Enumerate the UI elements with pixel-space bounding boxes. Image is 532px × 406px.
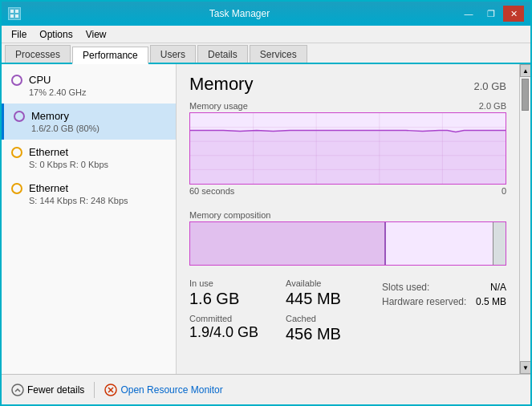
stats-grid: In use 1.6 GB Available 445 MB Slots use…: [189, 278, 506, 343]
in-use-label: In use: [189, 278, 286, 288]
ethernet1-name: Ethernet: [29, 146, 68, 158]
footer: Fewer details Open Resource Monitor: [2, 374, 530, 404]
sidebar: CPU 17% 2.40 GHz Memory 1.6/2.0 GB (80%)…: [2, 64, 177, 374]
sidebar-item-memory[interactable]: Memory 1.6/2.0 GB (80%): [2, 104, 176, 140]
content-area: CPU 17% 2.40 GHz Memory 1.6/2.0 GB (80%)…: [2, 64, 530, 374]
resource-monitor-label: Open Resource Monitor: [120, 384, 222, 396]
menu-options[interactable]: Options: [33, 27, 79, 42]
close-button[interactable]: ✕: [503, 6, 524, 22]
main-panel: Memory 2.0 GB Memory usage 2.0 GB: [177, 64, 519, 374]
available-value: 445 MB: [286, 290, 382, 307]
tab-performance[interactable]: Performance: [72, 47, 148, 64]
scrollbar[interactable]: ▲ ▼: [519, 64, 530, 374]
hardware-label: Hardware reserved:: [382, 296, 466, 307]
svg-rect-2: [10, 14, 14, 18]
hardware-row: Hardware reserved: 0.5 MB: [382, 296, 506, 307]
fewer-details-label: Fewer details: [27, 384, 84, 396]
ethernet2-dot: [11, 183, 22, 194]
memory-usage-chart: [189, 112, 506, 185]
svg-marker-12: [190, 131, 506, 184]
chart-usage-label: Memory usage: [189, 101, 248, 111]
cpu-detail: 17% 2.40 GHz: [11, 87, 166, 97]
slots-row: Slots used: N/A: [382, 282, 506, 293]
memory-chart-svg: [190, 113, 506, 184]
svg-rect-3: [15, 14, 18, 18]
committed-value: 1.9/4.0 GB: [189, 325, 286, 341]
composition-chart: [189, 221, 506, 266]
sidebar-item-ethernet2[interactable]: Ethernet S: 144 Kbps R: 248 Kbps: [2, 176, 176, 212]
ethernet1-detail: S: 0 Kbps R: 0 Kbps: [11, 160, 166, 169]
window-title: Task Manager: [21, 8, 458, 19]
tab-bar: Processes Performance Users Details Serv…: [2, 43, 530, 64]
scrollbar-track-area: [520, 77, 530, 361]
tab-users[interactable]: Users: [150, 45, 196, 63]
tab-details[interactable]: Details: [197, 45, 248, 63]
available-label: Available: [286, 278, 382, 288]
cpu-name: CPU: [29, 74, 51, 86]
hardware-value: 0.5 MB: [476, 296, 506, 307]
menu-bar: File Options View: [2, 26, 530, 43]
footer-divider: [94, 382, 95, 398]
scrollbar-up-button[interactable]: ▲: [520, 64, 530, 77]
cpu-dot: [11, 75, 22, 86]
window-controls: — ❐ ✕: [458, 6, 524, 22]
scrollbar-down-button[interactable]: ▼: [520, 361, 530, 374]
fewer-details-icon: [11, 384, 24, 396]
tab-services[interactable]: Services: [250, 45, 307, 63]
cpu-header: CPU: [11, 74, 166, 86]
scrollbar-thumb[interactable]: [522, 79, 529, 111]
slots-label: Slots used:: [382, 282, 429, 293]
menu-view[interactable]: View: [79, 27, 113, 42]
ethernet2-header: Ethernet: [11, 182, 166, 194]
menu-file[interactable]: File: [5, 27, 33, 42]
ethernet1-header: Ethernet: [11, 146, 166, 158]
memory-section-header: Memory 2.0 GB: [189, 74, 506, 95]
memory-dot: [14, 111, 25, 122]
chart-label-row: Memory usage 2.0 GB: [189, 101, 506, 111]
chart-time-value: 0: [502, 186, 506, 196]
app-icon: [8, 7, 21, 20]
in-use-value: 1.6 GB: [189, 290, 286, 307]
memory-usage-chart-section: Memory usage 2.0 GB: [189, 101, 506, 204]
open-resource-monitor-link[interactable]: Open Resource Monitor: [104, 384, 222, 396]
sidebar-item-ethernet1[interactable]: Ethernet S: 0 Kbps R: 0 Kbps: [2, 140, 176, 176]
ethernet1-dot: [11, 147, 22, 158]
restore-button[interactable]: ❐: [481, 6, 502, 22]
ethernet2-name: Ethernet: [29, 182, 68, 194]
task-manager-window: Task Manager — ❐ ✕ File Options View Pro…: [0, 0, 532, 406]
sidebar-item-cpu[interactable]: CPU 17% 2.40 GHz: [2, 67, 176, 104]
fewer-details-button[interactable]: Fewer details: [11, 384, 84, 396]
composition-label: Memory composition: [189, 210, 506, 220]
composition-available-bar: [493, 222, 506, 265]
minimize-button[interactable]: —: [458, 6, 479, 22]
stat-cached: Cached 456 MB: [286, 314, 382, 343]
stat-in-use: In use 1.6 GB: [189, 278, 286, 307]
title-bar: Task Manager — ❐ ✕: [2, 2, 530, 26]
memory-header: Memory: [14, 110, 166, 122]
memory-title: Memory: [189, 74, 253, 95]
chart-bottom-row: 60 seconds 0: [189, 186, 506, 196]
cached-value: 456 MB: [286, 325, 382, 343]
tab-processes[interactable]: Processes: [5, 45, 71, 63]
resource-monitor-icon: [104, 384, 117, 396]
memory-total-size: 2.0 GB: [474, 74, 506, 92]
chart-usage-max: 2.0 GB: [479, 101, 506, 111]
ethernet2-detail: S: 144 Kbps R: 248 Kbps: [11, 196, 166, 205]
stat-slots-hardware: Slots used: N/A Hardware reserved: 0.5 M…: [382, 278, 506, 307]
svg-rect-0: [10, 10, 14, 13]
chart-time-label: 60 seconds: [189, 186, 234, 196]
composition-section: Memory composition: [189, 210, 506, 278]
cached-label: Cached: [286, 314, 382, 323]
memory-detail: 1.6/2.0 GB (80%): [14, 124, 166, 133]
slots-value: N/A: [490, 282, 506, 293]
memory-name: Memory: [31, 110, 69, 122]
svg-rect-1: [15, 10, 18, 13]
stat-committed: Committed 1.9/4.0 GB: [189, 314, 286, 343]
committed-label: Committed: [189, 314, 286, 323]
composition-in-use-bar: [190, 222, 386, 265]
stat-available: Available 445 MB: [286, 278, 382, 307]
